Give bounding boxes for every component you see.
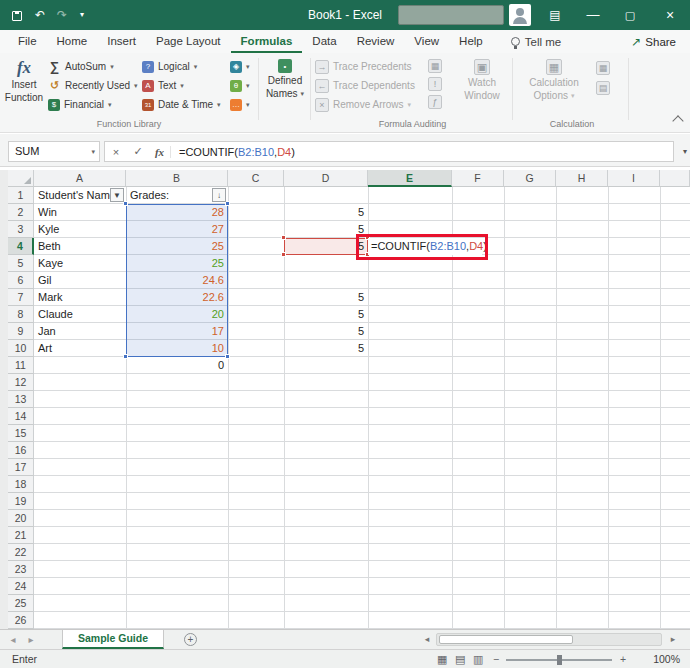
cell-A10[interactable]: Art [34, 340, 126, 356]
spreadsheet-grid: ABCDEFGHI1234567891011121314151617181920… [0, 0, 690, 668]
column-header-E[interactable]: E [368, 170, 452, 187]
cell-D9[interactable]: 5 [284, 323, 368, 339]
cell-D7[interactable]: 5 [284, 289, 368, 305]
column-header-G[interactable]: G [504, 170, 556, 187]
row-header-4[interactable]: 4 [8, 238, 34, 255]
cell-B9[interactable]: 17 [126, 323, 228, 339]
gridline [608, 187, 609, 629]
row-header-22[interactable]: 22 [8, 544, 34, 561]
row-header-3[interactable]: 3 [8, 221, 34, 238]
page-break-view-icon[interactable]: ▥ [473, 650, 483, 668]
cell-A9[interactable]: Jan [34, 323, 126, 339]
cell-D8[interactable]: 5 [284, 306, 368, 322]
filter-sort-b1[interactable]: ↓ [212, 188, 226, 202]
cell-B3[interactable]: 27 [126, 221, 228, 237]
range-fill-handle[interactable] [123, 354, 128, 359]
cell-A7[interactable]: Mark [34, 289, 126, 305]
row-header-21[interactable]: 21 [8, 527, 34, 544]
excel-window: ↶ ↷ ▾ Book1 - Excel ▤ — ▢ × File Home In… [0, 0, 690, 668]
row-header-19[interactable]: 19 [8, 493, 34, 510]
column-header-A[interactable]: A [34, 170, 126, 187]
page-layout-view-icon[interactable]: ▤ [455, 650, 465, 668]
column-header-filler[interactable] [660, 170, 690, 187]
gridline [556, 187, 557, 629]
row-header-15[interactable]: 15 [8, 425, 34, 442]
cell-A6[interactable]: Gil [34, 272, 126, 288]
cell-B4[interactable]: 25 [126, 238, 228, 254]
row-header-7[interactable]: 7 [8, 289, 34, 306]
zoom-slider[interactable] [506, 659, 612, 661]
column-header-H[interactable]: H [556, 170, 608, 187]
cell-fill-handle[interactable] [281, 235, 286, 240]
cell-B8[interactable]: 20 [126, 306, 228, 322]
cell-B6[interactable]: 24.6 [126, 272, 228, 288]
zoom-slider-thumb[interactable] [557, 655, 562, 665]
hscroll-right-icon[interactable]: ▸ [666, 632, 680, 647]
cell-A3[interactable]: Kyle [34, 221, 126, 237]
row-header-14[interactable]: 14 [8, 408, 34, 425]
row-header-18[interactable]: 18 [8, 476, 34, 493]
cell-B11[interactable]: 0 [126, 357, 228, 373]
cell-B5[interactable]: 25 [126, 255, 228, 271]
column-header-C[interactable]: C [228, 170, 284, 187]
select-all-corner[interactable] [8, 170, 34, 187]
normal-view-icon[interactable]: ▦ [437, 650, 447, 668]
zoom-out-icon[interactable]: − [493, 650, 499, 668]
cell-B10[interactable]: 10 [126, 340, 228, 356]
select-all-triangle [24, 177, 31, 184]
hscroll-left-icon[interactable]: ◂ [420, 632, 434, 647]
left-gutter [0, 170, 8, 629]
row-header-5[interactable]: 5 [8, 255, 34, 272]
row-header-23[interactable]: 23 [8, 561, 34, 578]
sheet-nav-right-icon[interactable]: ▸ [22, 630, 40, 649]
row-header-24[interactable]: 24 [8, 578, 34, 595]
row-header-26[interactable]: 26 [8, 612, 34, 629]
cell-A8[interactable]: Claude [34, 306, 126, 322]
row-header-16[interactable]: 16 [8, 442, 34, 459]
row-header-25[interactable]: 25 [8, 595, 34, 612]
annotation-highlight-box [356, 234, 488, 260]
cell-B7[interactable]: 22.6 [126, 289, 228, 305]
filter-dropdown-a1[interactable]: ▼ [110, 188, 124, 202]
sheet-tab-sample-guide[interactable]: Sample Guide [62, 630, 164, 649]
new-sheet-button[interactable]: + [184, 633, 197, 646]
cell-D2[interactable]: 5 [284, 204, 368, 220]
horizontal-scrollbar-thumb[interactable] [439, 635, 573, 644]
cell-A4[interactable]: Beth [34, 238, 126, 254]
gridline [660, 187, 661, 629]
cell-D10[interactable]: 5 [284, 340, 368, 356]
zoom-in-icon[interactable]: + [620, 650, 626, 668]
sheet-tabs-bar: ◂ ▸ Sample Guide + ◂ ▸ [0, 629, 690, 649]
row-header-12[interactable]: 12 [8, 374, 34, 391]
column-header-F[interactable]: F [452, 170, 504, 187]
zoom-level[interactable]: 100% [653, 650, 680, 668]
status-mode: Enter [12, 650, 37, 668]
gridline [504, 187, 505, 629]
row-header-17[interactable]: 17 [8, 459, 34, 476]
status-bar: Enter ▦ ▤ ▥ − + 100% [0, 649, 690, 668]
cell-B2[interactable]: 28 [126, 204, 228, 220]
row-header-9[interactable]: 9 [8, 323, 34, 340]
row-header-8[interactable]: 8 [8, 306, 34, 323]
row-header-13[interactable]: 13 [8, 391, 34, 408]
gridline [228, 187, 229, 629]
row-header-20[interactable]: 20 [8, 510, 34, 527]
row-header-11[interactable]: 11 [8, 357, 34, 374]
cell-A2[interactable]: Win [34, 204, 126, 220]
cell-fill-handle[interactable] [281, 252, 286, 257]
sheet-nav-left-icon[interactable]: ◂ [4, 630, 22, 649]
column-header-I[interactable]: I [608, 170, 660, 187]
row-header-10[interactable]: 10 [8, 340, 34, 357]
column-header-D[interactable]: D [284, 170, 368, 187]
horizontal-scrollbar[interactable] [436, 633, 662, 646]
column-header-B[interactable]: B [126, 170, 228, 187]
cell-A5[interactable]: Kaye [34, 255, 126, 271]
row-header-2[interactable]: 2 [8, 204, 34, 221]
row-header-1[interactable]: 1 [8, 187, 34, 204]
range-fill-handle[interactable] [225, 354, 230, 359]
row-header-6[interactable]: 6 [8, 272, 34, 289]
